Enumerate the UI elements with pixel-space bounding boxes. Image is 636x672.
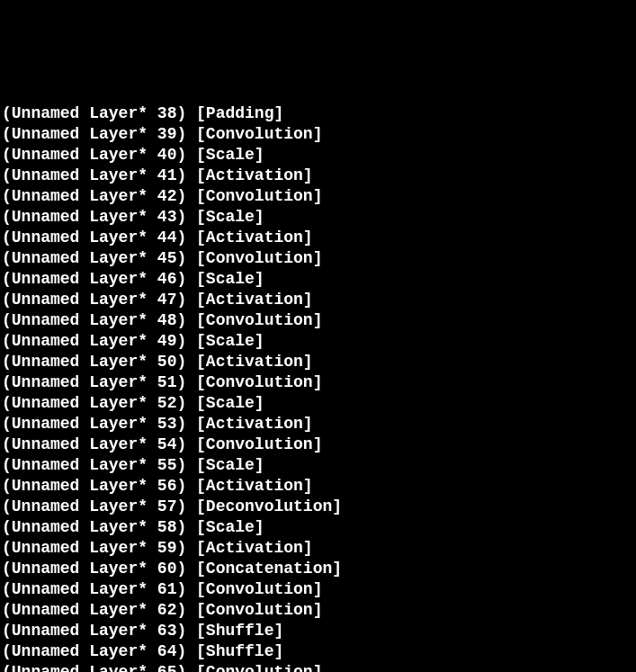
layer-line: (Unnamed Layer* 57) [Deconvolution] bbox=[2, 497, 634, 517]
layer-line: (Unnamed Layer* 61) [Convolution] bbox=[2, 579, 634, 600]
layer-line: (Unnamed Layer* 41) [Activation] bbox=[2, 166, 634, 186]
layer-line: (Unnamed Layer* 53) [Activation] bbox=[2, 414, 634, 435]
layer-line: (Unnamed Layer* 44) [Activation] bbox=[2, 228, 634, 248]
layer-line: (Unnamed Layer* 60) [Concatenation] bbox=[2, 559, 634, 579]
layer-line: (Unnamed Layer* 39) [Convolution] bbox=[2, 124, 634, 145]
layer-line: (Unnamed Layer* 42) [Convolution] bbox=[2, 186, 634, 207]
layer-line: (Unnamed Layer* 45) [Convolution] bbox=[2, 248, 634, 269]
layer-line: (Unnamed Layer* 51) [Convolution] bbox=[2, 372, 634, 393]
layer-line: (Unnamed Layer* 40) [Scale] bbox=[2, 145, 634, 166]
layer-line: (Unnamed Layer* 58) [Scale] bbox=[2, 517, 634, 538]
layer-line: (Unnamed Layer* 65) [Convolution] bbox=[2, 662, 634, 672]
terminal-output: (Unnamed Layer* 38) [Padding](Unnamed La… bbox=[0, 103, 636, 672]
layer-line: (Unnamed Layer* 38) [Padding] bbox=[2, 103, 634, 124]
layer-line: (Unnamed Layer* 56) [Activation] bbox=[2, 476, 634, 497]
layer-line: (Unnamed Layer* 50) [Activation] bbox=[2, 352, 634, 372]
layer-line: (Unnamed Layer* 43) [Scale] bbox=[2, 207, 634, 228]
layer-line: (Unnamed Layer* 47) [Activation] bbox=[2, 290, 634, 310]
layer-line: (Unnamed Layer* 52) [Scale] bbox=[2, 393, 634, 414]
layer-line: (Unnamed Layer* 62) [Convolution] bbox=[2, 600, 634, 621]
layer-line: (Unnamed Layer* 64) [Shuffle] bbox=[2, 641, 634, 662]
layer-line: (Unnamed Layer* 54) [Convolution] bbox=[2, 435, 634, 455]
layer-line: (Unnamed Layer* 55) [Scale] bbox=[2, 455, 634, 476]
layer-line: (Unnamed Layer* 48) [Convolution] bbox=[2, 310, 634, 331]
layer-line: (Unnamed Layer* 46) [Scale] bbox=[2, 269, 634, 290]
layer-line: (Unnamed Layer* 63) [Shuffle] bbox=[2, 621, 634, 641]
layer-line: (Unnamed Layer* 49) [Scale] bbox=[2, 331, 634, 352]
layer-line: (Unnamed Layer* 59) [Activation] bbox=[2, 538, 634, 559]
